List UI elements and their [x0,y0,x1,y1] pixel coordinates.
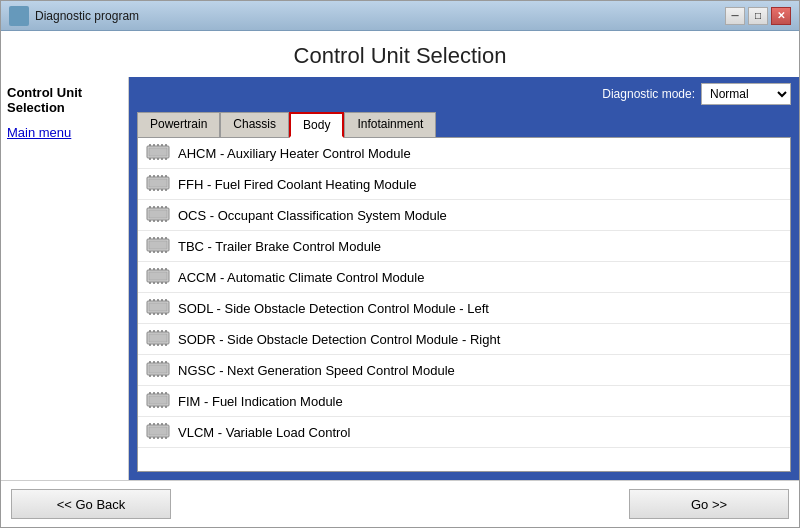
module-label: FFH - Fuel Fired Coolant Heating Module [178,177,416,192]
list-item[interactable]: TBC - Trailer Brake Control Module [138,231,790,262]
window-controls: ─ □ ✕ [725,7,791,25]
module-label: NGSC - Next Generation Speed Control Mod… [178,363,455,378]
diagnostic-mode-select[interactable]: Normal Extended Advanced [701,83,791,105]
module-icon [146,299,170,317]
close-button[interactable]: ✕ [771,7,791,25]
module-icon [146,237,170,255]
page-title: Control Unit Selection [1,43,799,69]
module-label: ACCM - Automatic Climate Control Module [178,270,424,285]
svg-rect-13 [149,179,167,187]
svg-rect-25 [149,210,167,218]
tab-infotainment[interactable]: Infotainment [344,112,436,138]
list-item[interactable]: OCS - Occupant Classification System Mod… [138,200,790,231]
module-icon [146,268,170,286]
module-icon [146,361,170,379]
module-label: SODL - Side Obstacle Detection Control M… [178,301,489,316]
list-item[interactable]: NGSC - Next Generation Speed Control Mod… [138,355,790,386]
bottom-bar: << Go Back Go >> [1,480,799,527]
svg-rect-109 [149,427,167,435]
module-label: AHCM - Auxiliary Heater Control Module [178,146,411,161]
titlebar: Diagnostic program ─ □ ✕ [1,1,799,31]
module-icon [146,423,170,441]
go-back-button[interactable]: << Go Back [11,489,171,519]
svg-rect-37 [149,241,167,249]
titlebar-left: Diagnostic program [9,6,139,26]
module-icon [146,330,170,348]
list-item[interactable]: ACCM - Automatic Climate Control Module [138,262,790,293]
sidebar-active-item: Control Unit Selection [7,85,122,115]
app-logo [9,6,29,26]
tab-body[interactable]: Body [289,112,344,138]
tabs-row: Powertrain Chassis Body Infotainment [137,111,791,137]
module-label: SODR - Side Obstacle Detection Control M… [178,332,500,347]
module-label: FIM - Fuel Indication Module [178,394,343,409]
minimize-button[interactable]: ─ [725,7,745,25]
list-item[interactable]: FIM - Fuel Indication Module [138,386,790,417]
list-item[interactable]: SODR - Side Obstacle Detection Control M… [138,324,790,355]
main-window: Diagnostic program ─ □ ✕ Control Unit Se… [0,0,800,528]
svg-rect-49 [149,272,167,280]
module-icon [146,392,170,410]
list-item[interactable]: SODL - Side Obstacle Detection Control M… [138,293,790,324]
right-panel: Diagnostic mode: Normal Extended Advance… [129,77,799,480]
window-title: Diagnostic program [35,9,139,23]
list-item[interactable]: VLCM - Variable Load Control [138,417,790,448]
svg-rect-61 [149,303,167,311]
svg-rect-85 [149,365,167,373]
tab-powertrain[interactable]: Powertrain [137,112,220,138]
svg-rect-73 [149,334,167,342]
go-button[interactable]: Go >> [629,489,789,519]
module-label: VLCM - Variable Load Control [178,425,350,440]
module-icon [146,175,170,193]
module-icon [146,206,170,224]
module-label: OCS - Occupant Classification System Mod… [178,208,447,223]
page-title-area: Control Unit Selection [1,31,799,77]
module-label: TBC - Trailer Brake Control Module [178,239,381,254]
module-icon [146,144,170,162]
sidebar-main-menu-link[interactable]: Main menu [7,125,122,140]
list-item[interactable]: FFH - Fuel Fired Coolant Heating Module [138,169,790,200]
sidebar: Control Unit Selection Main menu [1,77,129,480]
tab-chassis[interactable]: Chassis [220,112,289,138]
maximize-button[interactable]: □ [748,7,768,25]
svg-rect-97 [149,396,167,404]
diagnostic-mode-label: Diagnostic mode: [602,87,695,101]
module-list[interactable]: AHCM - Auxiliary Heater Control Module F… [137,137,791,472]
diagnostic-mode-row: Diagnostic mode: Normal Extended Advance… [137,83,791,105]
list-item[interactable]: AHCM - Auxiliary Heater Control Module [138,138,790,169]
main-content: Control Unit Selection Main menu Diagnos… [1,77,799,480]
svg-rect-1 [149,148,167,156]
